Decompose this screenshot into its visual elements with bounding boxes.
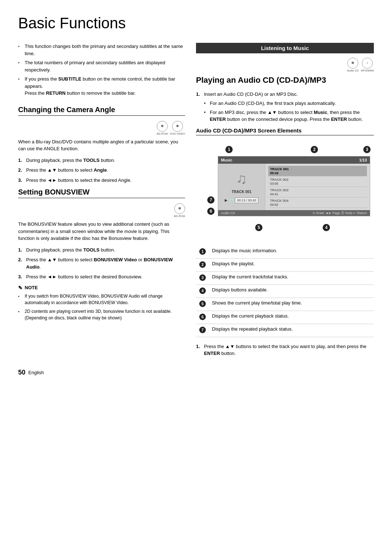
note-icon: ✎ <box>18 285 23 291</box>
player-body: ♫ TRACK 001 ▶ 💿 00:13 / 00:43 <box>218 164 370 210</box>
player-disc-type: Audio CD <box>221 211 235 215</box>
intro-bullet-list: This function changes both the primary a… <box>18 43 185 97</box>
svg-text:6: 6 <box>201 315 204 319</box>
callout-2: 2 <box>310 146 318 155</box>
right-column: Listening to Music ⊕ Audio CD ♪ MP3/WMA … <box>196 43 374 361</box>
playing-step-1: Insert an Audio CD (CD-DA) or an MP3 Dis… <box>196 91 374 123</box>
bd-rom-label: BD-ROM <box>157 132 168 135</box>
screen-elements-heading: Audio CD (CD-DA)/MP3 Screen Elements <box>196 127 374 135</box>
callout-6: 6 <box>207 207 215 216</box>
dvd-video-icon-wrap: ⊕ DVD-VIDEO <box>170 121 185 135</box>
track-item-2: TRACK 00203:56 <box>268 176 367 187</box>
desc-row-1: 1 Displays the music information. <box>196 246 374 259</box>
bonusview-bd-rom-wrap: ⊕ BD-ROM <box>174 203 185 218</box>
camera-angle-steps: During playback, press the TOOLS button.… <box>18 157 185 184</box>
left-column: This function changes both the primary a… <box>18 43 185 361</box>
svg-text:2: 2 <box>201 262 204 267</box>
svg-text:4: 4 <box>201 289 204 293</box>
player-track-count: 1/13 <box>359 158 367 162</box>
player-controls: ⊙ Enter ◄► Page ☰ Tools ↩ Return <box>313 211 367 215</box>
callout-3: 3 <box>363 146 371 155</box>
player-track-list-panel: TRACK 00100:43 TRACK 00203:56 TRACK 0030… <box>265 164 370 210</box>
desc-num-2: 2 <box>196 258 209 271</box>
player-screen: Music 1/13 ♫ TRACK 001 ▶ 💿 00:13 / 00:43 <box>218 156 370 216</box>
desc-num-6: 6 <box>196 311 209 324</box>
svg-text:5: 5 <box>258 225 260 230</box>
listening-header: Listening to Music <box>196 43 374 53</box>
track-item-3: TRACK 00304:41 <box>268 187 367 197</box>
svg-text:3: 3 <box>201 275 204 280</box>
audio-cd-icon-wrap: ⊕ Audio CD <box>347 58 359 72</box>
note-bullet-2: 2D contents are playing convert into 3D,… <box>18 308 185 321</box>
svg-text:1: 1 <box>228 147 230 152</box>
bd-rom-icon: ⊕ <box>157 121 168 132</box>
bonusview-icons: ⊕ BD-ROM <box>18 203 185 218</box>
playing-sub-1: For an Audio CD (CD-DA), the first track… <box>204 100 374 107</box>
desc-num-3: 3 <box>196 271 209 285</box>
bonusview-bd-rom-label: BD-ROM <box>174 214 185 218</box>
svg-text:3: 3 <box>366 147 368 152</box>
playing-sub-bullets: For an Audio CD (CD-DA), the first track… <box>204 100 374 123</box>
svg-text:7: 7 <box>210 197 212 203</box>
svg-text:2: 2 <box>313 147 316 152</box>
note-bullet-1: If you switch from BONUSVIEW Video, BONU… <box>18 293 185 306</box>
note-label: NOTE <box>25 285 38 290</box>
desc-text-5: Shows the current play time/total play t… <box>209 298 374 311</box>
player-left-panel: ♫ TRACK 001 ▶ 💿 00:13 / 00:43 <box>218 164 265 210</box>
desc-text-2: Displays the playlist. <box>209 258 374 271</box>
desc-text-6: Displays the current playback status. <box>209 311 374 324</box>
dvd-video-label: DVD-VIDEO <box>170 132 185 135</box>
desc-num-5: 5 <box>196 298 209 311</box>
desc-text-7: Displays the repeated playback status. <box>209 324 374 337</box>
desc-text-3: Display the current track/total tracks. <box>209 271 374 285</box>
note-bullet-list: If you switch from BONUSVIEW Video, BONU… <box>18 293 185 321</box>
camera-step-1: During playback, press the TOOLS button. <box>18 157 185 164</box>
desc-text-1: Displays the music information. <box>209 246 374 259</box>
cd-icon: 💿 <box>229 198 233 202</box>
callout-7: 7 <box>207 196 215 205</box>
desc-row-7: 7 Displays the repeated playback status. <box>196 324 374 337</box>
intro-bullet-2: The total numbers of primary and seconda… <box>18 59 185 73</box>
audio-cd-icon: ⊕ <box>347 58 358 69</box>
playing-heading: Playing an Audio CD (CD-DA)/MP3 <box>196 75 374 86</box>
svg-text:4: 4 <box>325 225 328 230</box>
desc-num-4: 4 <box>196 285 209 298</box>
camera-angle-heading: Changing the Camera Angle <box>18 106 185 116</box>
playing-step-2-list: Press the ▲▼ buttons to select the track… <box>196 343 374 357</box>
camera-angle-body: When a Blu-ray Disc/DVD contains multipl… <box>18 138 185 152</box>
play-icon: ▶ <box>225 198 228 202</box>
bonusview-step-3: Press the ◄► buttons to select the desir… <box>18 273 185 281</box>
playing-step-2: Press the ▲▼ buttons to select the track… <box>196 343 374 357</box>
bonusview-body: The BONUSVIEW feature allows you to view… <box>18 221 185 242</box>
bonusview-heading: Setting BONUSVIEW <box>18 188 185 198</box>
desc-row-3: 3 Display the current track/total tracks… <box>196 271 374 285</box>
desc-text-4: Displays buttons available. <box>209 285 374 298</box>
bonusview-note: ✎ NOTE If you switch from BONUSVIEW Vide… <box>18 285 185 321</box>
callout-5: 5 <box>255 224 263 233</box>
mp3-wma-icon-wrap: ♪ MP3/WMA <box>361 58 374 72</box>
mp3-wma-label: MP3/WMA <box>361 69 374 72</box>
callout-1: 1 <box>225 146 233 155</box>
svg-text:7: 7 <box>201 328 204 332</box>
bonusview-step-1: During playback, press the TOOLS button. <box>18 246 185 254</box>
player-music-label: Music <box>221 158 232 162</box>
page-title: Basic Functions <box>18 15 374 32</box>
player-bottom-bar: Audio CD ⊙ Enter ◄► Page ☰ Tools ↩ Retur… <box>218 210 370 216</box>
camera-step-2: Press the ▲▼ buttons to select Angle. <box>18 167 185 174</box>
playing-steps: Insert an Audio CD (CD-DA) or an MP3 Dis… <box>196 91 374 123</box>
dvd-video-icon: ⊕ <box>172 121 183 132</box>
bd-rom-icon-wrap: ⊕ BD-ROM <box>157 121 168 135</box>
desc-num-7: 7 <box>196 324 209 337</box>
desc-num-1: 1 <box>196 246 209 259</box>
descriptions-table: 1 Displays the music information. 2 Disp… <box>196 246 374 337</box>
right-icons: ⊕ Audio CD ♪ MP3/WMA <box>196 58 374 72</box>
camera-angle-icons: ⊕ BD-ROM ⊕ DVD-VIDEO <box>18 121 185 135</box>
page-number: 50 <box>18 369 25 376</box>
track-item-4: TRACK 00404:02 <box>268 197 367 208</box>
bonusview-steps: During playback, press the TOOLS button.… <box>18 246 185 281</box>
intro-bullet-1: This function changes both the primary a… <box>18 43 185 57</box>
playing-sub-2: For an MP3 disc, press the ▲▼ buttons to… <box>204 109 374 123</box>
camera-step-3: Press the ◄► buttons to select the desir… <box>18 177 185 184</box>
player-top-bar: Music 1/13 <box>218 156 370 164</box>
desc-row-6: 6 Displays the current playback status. <box>196 311 374 324</box>
